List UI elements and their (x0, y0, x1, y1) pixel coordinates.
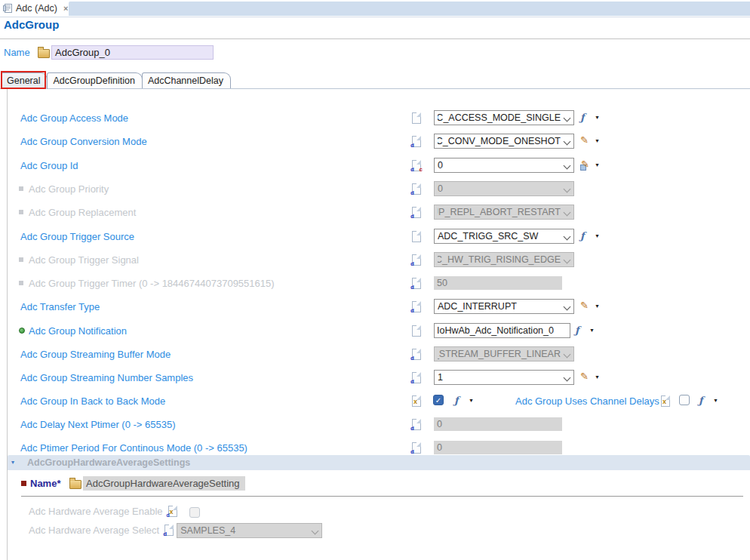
chevron-down-icon (564, 351, 571, 358)
field-adc-group-conversion-mode[interactable]: ADC_CONV_MODE_ONESHOT (434, 134, 574, 149)
section-header-adcgrouphardwareaveragesettings[interactable]: ▾ AdcGroupHardwareAverageSettings (8, 455, 750, 470)
name-label: Name (4, 47, 30, 58)
dim-square-icon (19, 210, 23, 214)
document-derived-icon: d (412, 442, 421, 454)
document-derived-icon: d (412, 183, 421, 195)
pencil-icon[interactable]: ✎ (580, 134, 589, 146)
magic-icon[interactable]: ƒ (580, 112, 585, 123)
chevron-down-icon (312, 528, 319, 535)
field-adc-group-access-mode[interactable]: ADC_ACCESS_MODE_SINGLE (434, 110, 574, 125)
form-row-adc-ptimer-period-for-continous-mode-0-65535: Adc Ptimer Period For Continous Mode (0 … (0, 440, 750, 457)
row-label-adc-group-access-mode: Adc Group Access Mode (20, 112, 128, 124)
page-title: AdcGroup (4, 18, 59, 31)
row-label-adc-group-streaming-number-samples: Adc Group Streaming Number Samples (20, 372, 193, 383)
form-row-adc-group-trigger-source: Adc Group Trigger SourceADC_TRIGG_SRC_SW… (0, 229, 750, 245)
field-adc-delay-next-ptimer-0-65535: 0 (434, 417, 562, 431)
field-adc-group-trigger-source[interactable]: ADC_TRIGG_SRC_SW (434, 229, 574, 244)
magic-icon[interactable]: ƒ (575, 325, 579, 336)
row-label-adc-delay-next-ptimer-0-65535: Adc Delay Next Ptimer (0 -> 65535) (20, 419, 176, 430)
form-rows: Adc Group Access ModeADC_ACCESS_MODE_SIN… (0, 88, 750, 455)
field-adc-ptimer-period-for-continous-mode-0-65535: 0 (434, 441, 562, 454)
document-icon (412, 231, 421, 242)
row-label-adc-group-conversion-mode: Adc Group Conversion Mode (20, 136, 147, 147)
adc-config-editor: Adc (Adc) × AdcGroup Name AdcGroup_0 Gen… (0, 0, 750, 560)
tab-adcgroupdefinition[interactable]: AdcGroupDefinition (47, 72, 142, 88)
field-adc-transfer-type[interactable]: ADC_INTERRUPT (434, 299, 574, 314)
row-label: Adc Hardware Average Select (29, 523, 159, 538)
form-row-adc-group-conversion-mode: Adc Group Conversion ModedADC_CONV_MODE_… (0, 134, 750, 150)
dropdown-arrow-icon[interactable]: ▼ (595, 115, 600, 121)
dropdown-arrow-icon[interactable]: ▼ (469, 398, 474, 404)
form-row-adc-group-notification: Adc Group NotificationIoHwAb_Adc_Notific… (0, 323, 750, 340)
combo-value: ADC_TRIGG_SRC_SW (438, 229, 561, 243)
dropdown-arrow-icon[interactable]: ▼ (713, 398, 718, 404)
document-icon (412, 325, 421, 337)
field-adc-group-streaming-buffer-mode: ADC_STREAM_BUFFER_LINEAR (434, 346, 574, 362)
form-row-adc-group-replacement: Adc Group ReplacementdADC_GROUP_REPL_ABO… (0, 205, 750, 221)
document-derived-icon: d (412, 301, 421, 312)
form-row-adc-group-id: Adc Group Iddc0✎▼ (0, 158, 750, 174)
document-derived-config-icon: dc (412, 160, 421, 171)
chevron-down-icon (564, 374, 571, 382)
combo-value: 0 (438, 158, 561, 172)
document-xpath-icon: xd (168, 506, 177, 517)
title-divider (0, 38, 750, 39)
dropdown-arrow-icon[interactable]: ▼ (595, 233, 600, 239)
field-adc-group-streaming-number-samples[interactable]: 1 (434, 370, 574, 385)
document-derived-icon: d (412, 278, 421, 289)
dropdown-arrow-icon[interactable]: ▼ (595, 162, 600, 168)
document-derived-icon: d (412, 207, 421, 218)
field-adc-group-notification[interactable]: IoHwAb_Adc_Notification_0 (434, 323, 570, 338)
form-row-adc-transfer-type: Adc Transfer TypedADC_INTERRUPT✎▼ (0, 299, 750, 315)
form-row-adc-group-streaming-number-samples: Adc Group Streaming Number Samplesd1✎▼ (0, 370, 750, 386)
form-row-adc-group-streaming-buffer-mode: Adc Group Streaming Buffer ModedADC_STRE… (0, 346, 750, 363)
chevron-down-icon (564, 257, 571, 264)
dropdown-arrow-icon[interactable]: ▼ (595, 374, 600, 380)
row-label-adc-group-trigger-timer-0-18446744073709551615: Adc Group Trigger Timer (0 -> 1844674407… (29, 278, 275, 289)
editor-tab-title: Adc (Adc) (16, 3, 57, 14)
checkbox[interactable]: ✓ (433, 395, 444, 405)
dim-square-icon (19, 257, 23, 262)
form-row-adc-group-in-back-to-back-mode: Adc Group In Back to Back Modex✓ƒ▼Adc Gr… (0, 393, 750, 410)
config-editor-icon (3, 3, 13, 14)
combo-value: ADC_CONV_MODE_ONESHOT (438, 134, 561, 148)
document-derived-icon: d (412, 254, 421, 266)
editor-tab-adc[interactable]: Adc (Adc) × (0, 0, 68, 17)
row-adc-hardware-average-enable: Adc Hardware Average Enable xd (29, 504, 200, 521)
dim-square-icon (19, 186, 23, 191)
pencil-icon[interactable]: ✎ (580, 300, 589, 311)
chevron-down-icon (564, 233, 571, 241)
field-adc-hardware-average-select: SAMPLES_4 (177, 523, 322, 538)
document-xpath-icon: x (412, 395, 421, 407)
checkbox[interactable] (679, 395, 690, 405)
combo-value: ADC_STREAM_BUFFER_LINEAR (438, 347, 561, 361)
field-adc-group-priority: 0 (434, 181, 574, 196)
chevron-down-icon (564, 209, 571, 217)
magic-icon[interactable]: ƒ (699, 395, 703, 406)
magic-icon[interactable]: ƒ (454, 395, 459, 406)
document-derived-icon: d (412, 372, 421, 383)
form-row-adc-delay-next-ptimer-0-65535: Adc Delay Next Ptimer (0 -> 65535)d0 (0, 417, 750, 433)
section-name-input[interactable]: AdcGroupHardwareAverageSetting (83, 476, 245, 491)
pencil-icon[interactable]: ✎ (580, 371, 589, 382)
tab-adcchanneldelay[interactable]: AdcChannelDelay (142, 72, 231, 88)
dropdown-arrow-icon[interactable]: ▼ (595, 138, 600, 144)
close-icon[interactable]: × (63, 4, 68, 13)
chevron-down-icon (564, 138, 571, 146)
row-label-adc-transfer-type: Adc Transfer Type (20, 301, 100, 312)
dropdown-arrow-icon[interactable]: ▼ (589, 328, 595, 334)
red-annotation-box (1, 71, 46, 89)
magic-icon[interactable]: ƒ (580, 230, 585, 242)
dropdown-arrow-icon[interactable]: ▼ (595, 303, 600, 309)
combo-value: 1 (438, 371, 561, 384)
row-label-adc-group-priority: Adc Group Priority (29, 183, 109, 195)
field-adc-group-trigger-signal: ADC_HW_TRIG_RISING_EDGE (434, 252, 574, 267)
document-derived-icon: d (412, 419, 421, 430)
combo-value: 0 (438, 182, 561, 195)
pencil-icon: ✎ (581, 158, 589, 170)
field-adc-group-id[interactable]: 0 (434, 158, 574, 173)
name-input[interactable]: AdcGroup_0 (51, 45, 214, 60)
row-label-adc-ptimer-period-for-continous-mode-0-65535: Adc Ptimer Period For Continous Mode (0 … (20, 442, 247, 454)
field-adc-group-trigger-timer-0-18446744073709551615: 50 (434, 276, 562, 290)
document-xpath-icon: x (661, 395, 670, 407)
